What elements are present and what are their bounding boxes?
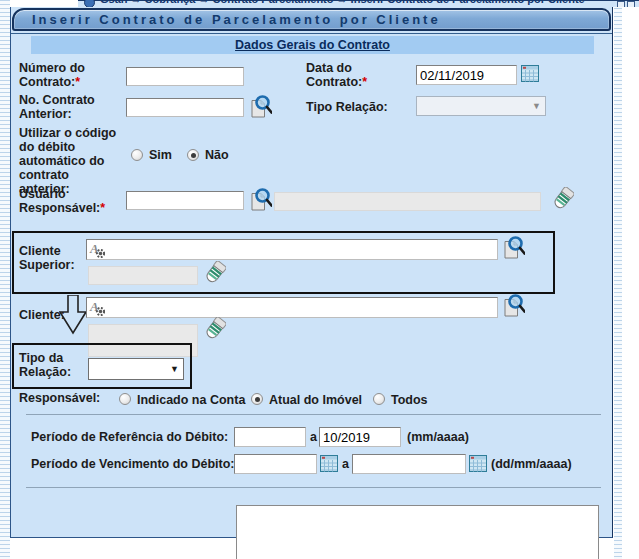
calendar-icon[interactable]: [469, 455, 487, 473]
section-header: Dados Gerais do Contrato: [31, 36, 594, 54]
radio-atual-do-imovel-label[interactable]: Atual do Imóvel: [269, 393, 362, 407]
required-marker: *: [75, 75, 80, 89]
divider: [26, 414, 601, 415]
eraser-icon[interactable]: [204, 261, 226, 285]
periodo-referencia-conector: a: [310, 430, 317, 444]
calendar-icon[interactable]: [320, 455, 338, 473]
contrato-anterior-input[interactable]: [126, 98, 244, 117]
radio-nao[interactable]: [187, 149, 199, 161]
data-contrato-label: Data do Contrato:*: [306, 61, 386, 89]
periodo-referencia-label: Período de Referência do Débito:: [31, 430, 228, 444]
cliente-label: Cliente:: [19, 308, 65, 322]
breadcrumb-bar: Gsan → Cobrança → Contrato Parcelamento …: [0, 0, 639, 7]
calendar-icon[interactable]: [521, 65, 539, 83]
periodo-referencia-a-input[interactable]: [319, 427, 401, 447]
title-ledge: [11, 33, 612, 34]
eraser-icon[interactable]: [204, 317, 226, 341]
section-header-label: Dados Gerais do Contrato: [235, 38, 390, 52]
periodo-vencimento-a-input[interactable]: [352, 454, 466, 474]
eraser-icon[interactable]: [552, 187, 574, 211]
periodo-vencimento-de-input[interactable]: [234, 454, 317, 474]
page-title-bar: Inserir Contrato de Parcelamento por Cli…: [12, 8, 611, 31]
radio-indicado-na-conta[interactable]: [119, 393, 131, 405]
search-icon[interactable]: [503, 293, 525, 317]
chevron-down-icon: ▼: [532, 102, 541, 111]
cliente-superior-input[interactable]: [86, 239, 498, 260]
periodo-referencia-de-input[interactable]: [234, 427, 306, 447]
chevron-down-icon: ▼: [170, 365, 179, 374]
contrato-anterior-label: No. Contrato Anterior:: [19, 93, 105, 121]
radio-todos[interactable]: [373, 393, 385, 405]
right-ruled-edge: [614, 0, 622, 559]
usuario-responsavel-input[interactable]: [126, 191, 244, 210]
tipo-relacao-label: Tipo Relação:: [306, 100, 388, 114]
contract-form: Inserir Contrato de Parcelamento por Cli…: [10, 7, 613, 538]
tipo-da-relacao-label: Tipo da Relação:: [19, 351, 77, 379]
radio-atual-do-imovel[interactable]: [251, 393, 263, 405]
cliente-superior-descricao: [88, 266, 198, 285]
required-marker: *: [100, 201, 105, 215]
page-title: Inserir Contrato de Parcelamento por Cli…: [14, 12, 441, 27]
radio-nao-label[interactable]: Não: [205, 148, 229, 162]
cliente-superior-label: Cliente Superior:: [19, 244, 81, 272]
search-icon[interactable]: [503, 235, 525, 259]
required-marker: *: [362, 75, 367, 89]
periodo-referencia-hint: (mm/aaaa): [407, 430, 469, 444]
window-square-icon: [627, 1, 635, 7]
numero-contrato-label: Número do Contrato:*: [19, 61, 111, 89]
usuario-responsavel-label: Usuário Responsável:*: [19, 187, 109, 215]
left-ruled-edge: [0, 0, 10, 559]
responsavel-label: Responsável:: [19, 391, 100, 405]
search-icon[interactable]: [250, 94, 272, 118]
usuario-responsavel-descricao: [274, 192, 541, 211]
window-square-icon: [617, 1, 625, 7]
cliente-input[interactable]: [86, 297, 498, 318]
debito-automatico-label: Utilizar o código do débito automático d…: [19, 126, 121, 196]
periodo-vencimento-label: Período de Vencimento do Débito:: [31, 457, 235, 471]
search-icon[interactable]: [250, 187, 272, 211]
radio-indicado-na-conta-label[interactable]: Indicado na Conta: [137, 393, 245, 407]
radio-sim-label[interactable]: Sim: [149, 148, 172, 162]
breadcrumb-globe-icon: [84, 0, 95, 7]
numero-contrato-input[interactable]: [126, 67, 244, 86]
periodo-vencimento-conector: a: [342, 457, 349, 471]
breadcrumb[interactable]: Gsan → Cobrança → Contrato Parcelamento …: [100, 0, 585, 5]
radio-todos-label[interactable]: Todos: [391, 393, 428, 407]
tipo-relacao-select[interactable]: ▼: [416, 96, 546, 116]
divider: [26, 487, 601, 488]
periodo-vencimento-hint: (dd/mm/aaaa): [491, 457, 572, 471]
tipo-da-relacao-select[interactable]: ▼: [88, 358, 184, 380]
observacoes-textarea[interactable]: [236, 505, 599, 559]
data-contrato-input[interactable]: [416, 65, 517, 85]
radio-sim[interactable]: [131, 149, 143, 161]
